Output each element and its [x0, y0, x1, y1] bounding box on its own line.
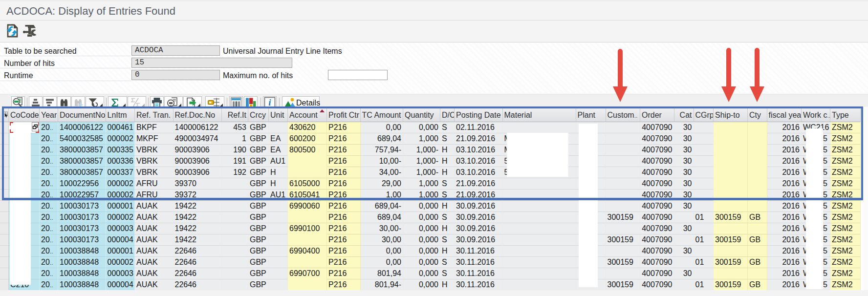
- svg-text:i: i: [268, 97, 271, 107]
